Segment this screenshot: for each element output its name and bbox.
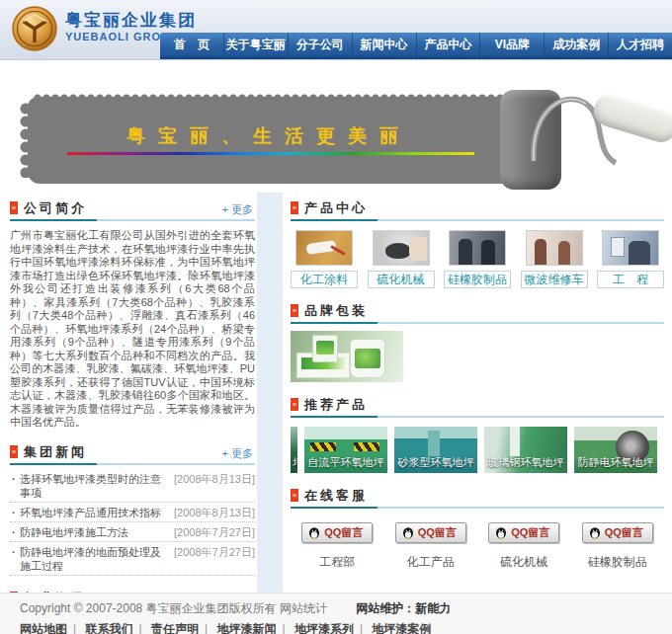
recommended-photo-mortar[interactable]: 砂浆型环氧地坪 — [394, 427, 477, 473]
product-card-vulcanizing: 硫化机械 — [368, 230, 435, 288]
service-label: 硫化机械 — [477, 554, 571, 571]
section-title: 公司简介 — [24, 200, 87, 215]
product-photo-paint-roller[interactable] — [295, 230, 353, 266]
section-bullet-icon — [10, 445, 18, 458]
recommended-photo-fiberglass[interactable]: 玻璃钢环氧地坪 — [484, 427, 567, 473]
section-underline — [291, 416, 664, 418]
section-title: 集团新闻 — [24, 444, 87, 459]
footer-link-floor-news[interactable]: 地坪漆新闻 — [216, 622, 276, 634]
separator: | — [138, 622, 141, 634]
pillar-shape — [510, 427, 520, 456]
service-row: QQ留言 工程部 QQ留言 化工产品 QQ留言 硫化机械 — [291, 522, 664, 571]
news-link[interactable]: 环氧地坪漆产品通用技术指标 — [10, 506, 171, 519]
hazard-stripe-shape — [310, 442, 336, 451]
footer-link-floor-series[interactable]: 地坪漆系列 — [294, 622, 354, 634]
nav-item-home[interactable]: 首 页 — [160, 33, 224, 56]
qq-penguin-icon — [308, 526, 320, 539]
brand-packaging-photo[interactable] — [291, 331, 403, 382]
product-photo-office[interactable] — [602, 230, 659, 266]
footer-link-sitemap[interactable]: 网站地图 — [20, 622, 67, 634]
product-row: 化工涂料 硫化机械 硅橡胶制品 微波维修车 工 程 — [291, 230, 664, 288]
hazard-stripe-shape — [354, 442, 379, 451]
news-date: [2008年8月13日] — [174, 472, 255, 486]
more-link[interactable]: + 更多 — [222, 446, 253, 461]
footer-link-disclaimer[interactable]: 责任声明 — [151, 622, 199, 634]
company-logo-icon — [12, 6, 57, 51]
service-label: 硅橡胶制品 — [571, 554, 665, 571]
nav-item-subsidiaries[interactable]: 分子公司 — [289, 33, 353, 56]
recommended-row: 坪 自流平环氧地坪 砂浆型环氧地坪 玻璃钢环氧地坪 防静电环氧地坪 — [291, 427, 664, 473]
photo-caption: 玻璃钢环氧地坪 — [484, 455, 567, 470]
pillar-shape — [428, 431, 440, 456]
qq-button-label: QQ留言 — [605, 525, 643, 540]
product-label[interactable]: 硅橡胶制品 — [444, 271, 511, 288]
banner-slogan: 粤宝丽、生活更美丽 — [61, 123, 476, 149]
hero-banner: 粤宝丽、生活更美丽 — [0, 60, 672, 193]
product-label[interactable]: 工 程 — [597, 271, 664, 288]
product-card-coatings: 化工涂料 — [291, 230, 358, 288]
news-date: [2008年7月27日] — [174, 525, 255, 539]
qq-penguin-icon — [589, 526, 601, 539]
photo-shape — [535, 239, 546, 265]
nav-item-cases[interactable]: 成功案例 — [545, 33, 609, 56]
qq-button-label: QQ留言 — [324, 525, 363, 540]
separator: | — [360, 622, 363, 634]
separator: | — [73, 622, 76, 634]
qq-message-button[interactable]: QQ留言 — [395, 522, 466, 543]
photo-caption: 坪 — [293, 455, 297, 470]
product-label[interactable]: 化工涂料 — [291, 271, 358, 288]
news-item: 环氧地坪漆产品通用技术指标 [2008年8月13日] — [10, 503, 255, 522]
section-company-intro: 公司简介 + 更多 广州市粤宝丽化工有限公司从国外引进的全套环氧地坪漆涂料生产技… — [10, 198, 255, 430]
group-news-list: 选择环氧地坪漆类型时的注意事项 [2008年8月13日] 环氧地坪漆产品通用技术… — [10, 469, 255, 576]
photo-shape — [409, 237, 427, 261]
news-link[interactable]: 防静电地坪漆的地面预处理及施工过程 — [10, 545, 171, 573]
section-recommended-products: 推荐产品 坪 自流平环氧地坪 砂浆型环氧地坪 玻璃钢环氧地坪 防静电环氧地坪 — [291, 394, 664, 473]
nav-item-vi-brand[interactable]: VI品牌 — [480, 33, 545, 56]
company-intro-text: 广州市粤宝丽化工有限公司从国外引进的全套环氧地坪漆涂料生产技术，在环氧地坪漆行业… — [10, 229, 255, 430]
photo-shape — [558, 241, 570, 265]
qq-message-button[interactable]: QQ留言 — [488, 522, 559, 543]
product-card-microwave-van: 微波维修车 — [521, 230, 588, 288]
product-label[interactable]: 硫化机械 — [368, 271, 435, 288]
more-link[interactable]: + 更多 — [222, 202, 253, 217]
photo-shape — [481, 240, 495, 266]
photo-shape — [629, 241, 650, 265]
footer-links: 网站地图| 联系我们| 责任声明| 地坪漆新闻| 地坪漆系列| 地坪漆案例 — [0, 617, 672, 634]
section-bullet-icon — [10, 201, 18, 214]
nav-item-careers[interactable]: 人才招聘 — [609, 33, 672, 56]
news-link[interactable]: 防静电地坪漆施工方法 — [10, 525, 171, 539]
recommended-photo-self-leveling[interactable]: 自流平环氧地坪 — [304, 427, 387, 473]
product-label[interactable]: 微波维修车 — [521, 271, 588, 288]
section-title: 推荐产品 — [304, 397, 368, 412]
product-photo-office-women[interactable] — [526, 230, 583, 266]
nav-item-news[interactable]: 新闻中心 — [353, 33, 417, 56]
nav-item-about[interactable]: 关于粤宝丽 — [224, 33, 289, 56]
footer-link-floor-cases[interactable]: 地坪漆案例 — [372, 622, 431, 634]
section-title: 产品中心 — [304, 200, 368, 215]
qq-message-button[interactable]: QQ留言 — [301, 522, 373, 543]
service-item-chemical: QQ留言 化工产品 — [384, 522, 478, 571]
product-photo-mouse[interactable] — [373, 230, 430, 266]
nav-item-products[interactable]: 产品中心 — [417, 33, 481, 56]
product-card-silicone: 硅橡胶制品 — [444, 230, 511, 288]
right-column: 产品中心 化工涂料 硫化机械 硅橡胶制品 微波维修车 工 程 — [291, 198, 664, 583]
section-online-service: 在线客服 QQ留言 工程部 QQ留言 化工产品 QQ — [291, 485, 664, 571]
news-link[interactable]: 选择环氧地坪漆类型时的注意事项 — [10, 472, 171, 500]
separator: | — [205, 622, 208, 634]
recommended-photo-antistatic[interactable]: 防静电环氧地坪 — [574, 427, 657, 473]
service-label: 化工产品 — [384, 554, 478, 571]
separator: | — [282, 622, 285, 634]
product-photo-handshake[interactable] — [449, 230, 506, 266]
photo-caption: 砂浆型环氧地坪 — [394, 455, 477, 470]
news-item: 选择环氧地坪漆类型时的注意事项 [2008年8月13日] — [10, 469, 255, 503]
paint-bucket-shape — [350, 339, 385, 378]
recommended-photo-partial[interactable]: 坪 — [291, 427, 297, 473]
news-item: 防静电地坪漆的地面预处理及施工过程 [2008年7月27日] — [10, 542, 255, 576]
qq-message-button[interactable]: QQ留言 — [582, 522, 653, 543]
section-underline — [291, 507, 664, 509]
footer-link-contact[interactable]: 联系我们 — [85, 622, 132, 634]
main-nav: 首 页 关于粤宝丽 分子公司 新闻中心 产品中心 VI品牌 成功案例 人才招聘 — [160, 33, 672, 59]
news-date: [2008年7月27日] — [174, 545, 255, 559]
qq-penguin-icon — [402, 526, 414, 539]
page-footer: Copyright © 2007-2008 粤宝丽企业集团版权所有 网站统计 网… — [0, 593, 672, 634]
